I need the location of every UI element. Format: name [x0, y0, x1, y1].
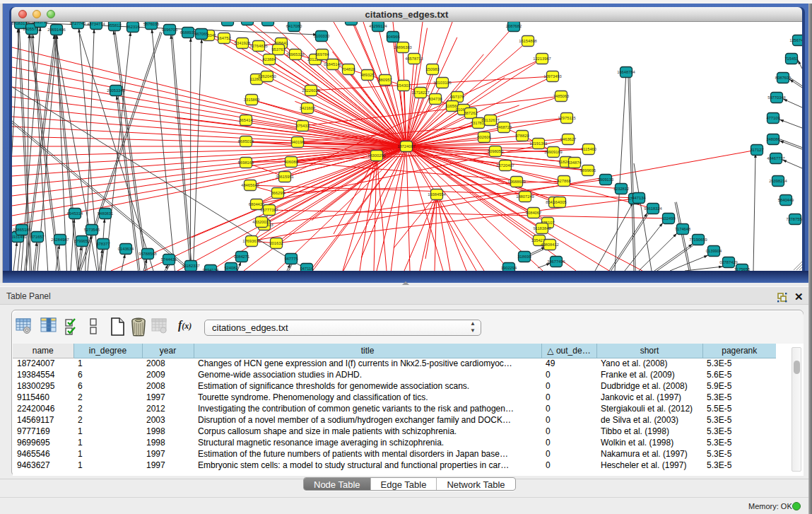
svg-text:248086: 248086 [766, 137, 779, 141]
svg-text:880957: 880957 [378, 78, 392, 82]
svg-text:39909169: 39909169 [544, 150, 563, 154]
svg-text:715451: 715451 [784, 57, 798, 61]
svg-text:477109: 477109 [766, 116, 779, 120]
svg-text:6804436: 6804436 [249, 202, 264, 206]
svg-text:8087603: 8087603 [775, 76, 791, 80]
svg-text:30103105: 30103105 [433, 81, 452, 85]
svg-text:423884: 423884 [262, 57, 276, 62]
svg-text:59770348: 59770348 [767, 95, 786, 100]
svg-text:947775: 947775 [284, 257, 298, 261]
svg-text:38677496: 38677496 [547, 259, 565, 264]
svg-text:77190659: 77190659 [689, 238, 707, 242]
svg-text:9909133: 9909133 [598, 177, 613, 182]
svg-text:19384554: 19384554 [428, 192, 446, 197]
svg-text:32764835: 32764835 [249, 44, 268, 48]
svg-text:669784: 669784 [315, 52, 329, 57]
svg-text:8727743: 8727743 [70, 22, 86, 25]
svg-text:164752: 164752 [217, 36, 230, 40]
svg-text:26398214: 26398214 [769, 179, 787, 183]
svg-text:23226025: 23226025 [302, 88, 320, 93]
svg-text:48465648: 48465648 [241, 183, 259, 187]
svg-text:602606: 602606 [477, 135, 490, 139]
svg-text:150983: 150983 [425, 67, 439, 71]
svg-text:80132677: 80132677 [481, 118, 500, 122]
svg-text:317127: 317127 [750, 148, 763, 152]
svg-text:35615951: 35615951 [276, 175, 294, 179]
svg-text:01845146: 01845146 [324, 62, 342, 66]
svg-text:978820: 978820 [515, 134, 529, 138]
svg-text:5273545: 5273545 [84, 228, 100, 232]
svg-text:72787558: 72787558 [786, 217, 802, 221]
svg-text:406088: 406088 [284, 160, 298, 164]
svg-text:5341928: 5341928 [235, 41, 250, 45]
svg-text:18300295: 18300295 [367, 153, 386, 158]
svg-text:534874: 534874 [567, 160, 582, 165]
svg-text:7485063: 7485063 [553, 94, 569, 98]
svg-text:12191361: 12191361 [529, 141, 548, 146]
svg-text:8895798: 8895798 [33, 22, 48, 24]
svg-text:0139904: 0139904 [706, 249, 722, 253]
svg-text:6688937: 6688937 [180, 30, 196, 35]
svg-text:95788568: 95788568 [139, 252, 157, 256]
svg-text:62729806: 62729806 [218, 22, 237, 23]
svg-text:447134: 447134 [632, 196, 646, 200]
svg-text:997376: 997376 [450, 95, 464, 99]
svg-text:524082: 524082 [224, 266, 237, 270]
svg-text:6945314: 6945314 [67, 211, 83, 216]
svg-text:12567468: 12567468 [789, 38, 802, 42]
svg-text:9463627: 9463627 [560, 137, 576, 141]
svg-text:3315869: 3315869 [244, 98, 259, 102]
svg-text:164005: 164005 [553, 200, 566, 204]
svg-text:48734714: 48734714 [87, 22, 105, 26]
svg-text:834738: 834738 [428, 97, 442, 101]
svg-text:365414: 365414 [239, 118, 253, 122]
svg-text:6417080: 6417080 [286, 24, 302, 28]
svg-text:20053346: 20053346 [107, 88, 125, 93]
svg-text:1902294: 1902294 [501, 266, 517, 270]
svg-text:10688609: 10688609 [507, 180, 526, 184]
svg-text:940196: 940196 [290, 140, 304, 144]
svg-text:427868: 427868 [557, 179, 570, 183]
svg-text:93618324: 93618324 [644, 206, 662, 211]
svg-text:9899695: 9899695 [580, 168, 596, 173]
svg-text:9084067: 9084067 [526, 211, 541, 215]
svg-text:24896383: 24896383 [394, 45, 412, 49]
svg-text:953767: 953767 [271, 47, 285, 52]
svg-text:8685014: 8685014 [238, 139, 254, 144]
svg-text:10973493: 10973493 [543, 74, 562, 78]
svg-text:91183842: 91183842 [533, 226, 551, 230]
svg-text:17693676: 17693676 [242, 239, 261, 243]
svg-text:0143634: 0143634 [118, 247, 134, 251]
svg-text:05865185: 05865185 [13, 228, 31, 232]
svg-text:12975115: 12975115 [558, 116, 575, 120]
svg-text:5876036: 5876036 [143, 22, 159, 26]
svg-text:9096705: 9096705 [162, 28, 177, 32]
svg-text:375433: 375433 [295, 124, 309, 128]
svg-text:154303: 154303 [396, 83, 410, 88]
svg-text:362316: 362316 [126, 25, 139, 29]
svg-text:3799650: 3799650 [74, 239, 90, 243]
svg-text:1232812: 1232812 [613, 187, 629, 191]
svg-text:387262: 387262 [464, 111, 477, 115]
svg-text:904966: 904966 [386, 35, 399, 39]
svg-text:3100330: 3100330 [314, 34, 329, 38]
svg-text:6537556: 6537556 [260, 22, 276, 23]
svg-text:318699: 318699 [517, 255, 531, 259]
svg-text:26284987: 26284987 [51, 238, 69, 242]
svg-text:96965328: 96965328 [286, 52, 305, 57]
svg-text:671657: 671657 [30, 235, 44, 239]
svg-text:49808412: 49808412 [541, 243, 559, 247]
svg-text:455812: 455812 [107, 23, 121, 28]
svg-text:18724007: 18724007 [397, 144, 416, 148]
svg-text:5840449: 5840449 [778, 198, 794, 202]
svg-text:82620450: 82620450 [258, 74, 276, 78]
svg-text:15720407: 15720407 [496, 163, 514, 168]
svg-text:12213967: 12213967 [533, 57, 551, 61]
svg-text:678377: 678377 [96, 242, 110, 246]
svg-text:5744431: 5744431 [161, 257, 177, 262]
svg-text:467065: 467065 [194, 32, 208, 36]
svg-text:16154808: 16154808 [519, 39, 537, 43]
svg-text:35182337: 35182337 [182, 264, 200, 268]
svg-text:20691406: 20691406 [47, 28, 66, 32]
svg-text:366299: 366299 [271, 191, 284, 195]
